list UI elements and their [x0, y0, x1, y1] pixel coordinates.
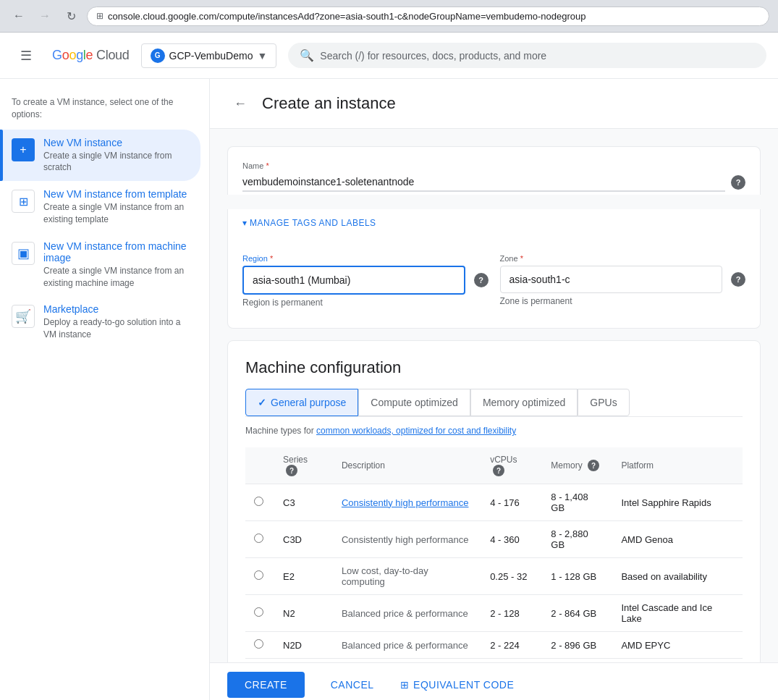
- region-help-btn[interactable]: ?: [474, 273, 489, 287]
- marketplace-desc: Deploy a ready-to-go solution into a VM …: [43, 316, 189, 341]
- region-label: Region *: [242, 254, 489, 263]
- series-cell: C3D: [274, 521, 333, 558]
- tabs-row: ✓ General purpose Compute optimized Memo…: [245, 389, 743, 417]
- machine-image-desc: Create a single VM instance from an exis…: [43, 265, 189, 290]
- name-label-row: Name *: [242, 161, 745, 170]
- series-radio-n2[interactable]: [254, 607, 263, 617]
- col-memory: Memory ?: [542, 447, 612, 484]
- tab-description: Machine types for common workloads, opti…: [245, 426, 743, 436]
- sidebar-item-new-vm[interactable]: + New VM instance Create a single VM ins…: [0, 130, 200, 182]
- region-zone-section: Region * asia-south1 (Mumbai) ? Region i…: [227, 251, 761, 329]
- name-input-row: ?: [242, 173, 745, 192]
- tab-memory-label: Memory optimized: [483, 397, 565, 408]
- hamburger-btn[interactable]: ☰: [12, 41, 41, 70]
- col-series: Series ?: [274, 447, 333, 484]
- equivalent-code-label: EQUIVALENT CODE: [413, 679, 514, 691]
- manage-tags-link[interactable]: ▾ MANAGE TAGS AND LABELS: [242, 218, 745, 228]
- equivalent-code-icon: ⊞: [400, 679, 410, 691]
- tab-gpus[interactable]: GPUs: [578, 389, 629, 416]
- desc-cell: Balanced price & performance: [333, 595, 481, 632]
- page-layout: To create a VM instance, select one of t…: [0, 79, 778, 700]
- desc-cell: Balanced price & performance: [333, 632, 481, 659]
- new-vm-title: New VM instance: [43, 137, 189, 148]
- series-cell: N2: [274, 595, 333, 632]
- machine-config-title: Machine configuration: [245, 358, 743, 377]
- common-workloads-link[interactable]: common workloads, optimized for cost and…: [316, 426, 516, 436]
- memory-cell: 1 - 128 GB: [542, 558, 612, 595]
- table-row: N2 Balanced price & performance 2 - 128 …: [245, 595, 743, 632]
- vcpu-cell: 4 - 176: [481, 484, 542, 521]
- project-selector[interactable]: G GCP-VembuDemo ▼: [141, 43, 277, 68]
- browser-back-btn[interactable]: ←: [9, 6, 29, 26]
- browser-url: console.cloud.google.com/compute/instanc…: [108, 11, 586, 22]
- platform-cell: AMD Genoa: [612, 521, 743, 558]
- series-help-icon[interactable]: ?: [286, 465, 297, 476]
- create-button[interactable]: CREATE: [227, 672, 305, 698]
- vcpu-cell: 2 - 224: [481, 632, 542, 659]
- tab-compute-optimized[interactable]: Compute optimized: [358, 389, 470, 416]
- radio-cell: [245, 484, 274, 521]
- sidebar-item-machine-image[interactable]: ▣ New VM instance from machine image Cre…: [0, 233, 200, 297]
- zone-select[interactable]: asia-south1-c: [500, 266, 723, 293]
- tab-general-label: General purpose: [271, 397, 346, 408]
- machine-image-title: New VM instance from machine image: [43, 240, 189, 263]
- machine-image-icon: ▣: [12, 242, 35, 265]
- sidebar-item-template[interactable]: ⊞ New VM instance from template Create a…: [0, 181, 200, 233]
- tab-memory-optimized[interactable]: Memory optimized: [470, 389, 578, 416]
- radio-cell: [245, 558, 274, 595]
- app-header: ☰ Google Cloud G GCP-VembuDemo ▼ 🔍 Searc…: [0, 33, 778, 79]
- zone-permanent-note: Zone is permanent: [500, 296, 746, 306]
- platform-cell: Intel Sapphire Rapids: [612, 484, 743, 521]
- col-description: Description: [333, 447, 481, 484]
- page-back-btn[interactable]: ←: [227, 90, 253, 117]
- name-input[interactable]: [242, 173, 725, 192]
- google-cloud-logo[interactable]: Google Cloud: [52, 48, 130, 63]
- table-header-row: Series ? Description vCPUs ? Memory: [245, 447, 743, 484]
- zone-label: Zone *: [500, 254, 746, 263]
- radio-cell: [245, 595, 274, 632]
- region-select[interactable]: asia-south1 (Mumbai): [242, 266, 465, 295]
- vcpu-help-icon[interactable]: ?: [493, 465, 504, 476]
- series-radio-n2d[interactable]: [254, 639, 263, 649]
- memory-help-icon[interactable]: ?: [588, 460, 599, 471]
- zone-help-btn[interactable]: ?: [731, 272, 745, 287]
- platform-cell: Intel Cascade and Ice Lake: [612, 595, 743, 632]
- project-name: GCP-VembuDemo: [169, 50, 253, 62]
- col-radio: [245, 447, 274, 484]
- browser-chrome: ← → ↻ ⊞ console.cloud.google.com/compute…: [0, 0, 778, 33]
- zone-select-wrapper: asia-south1-c ?: [500, 266, 746, 293]
- platform-cell: Based on availability: [612, 558, 743, 595]
- c3-desc-link[interactable]: Consistently high performance: [342, 497, 469, 508]
- series-radio-c3d[interactable]: [254, 534, 263, 543]
- browser-reload-btn[interactable]: ↻: [61, 6, 81, 26]
- desc-cell: Consistently high performance: [333, 521, 481, 558]
- tab-compute-label: Compute optimized: [371, 397, 458, 408]
- page-title: Create an instance: [262, 94, 396, 113]
- main-content: Name * ? ▾ MANAGE TAGS AND LABELS: [210, 129, 778, 662]
- template-desc: Create a single VM instance from an exis…: [43, 201, 189, 226]
- browser-address-bar[interactable]: ⊞ console.cloud.google.com/compute/insta…: [87, 7, 769, 26]
- active-accent: [0, 130, 3, 182]
- tab-general-purpose[interactable]: ✓ General purpose: [245, 389, 358, 416]
- template-text-wrap: New VM instance from template Create a s…: [43, 188, 189, 226]
- sidebar-item-marketplace[interactable]: 🛒 Marketplace Deploy a ready-to-go solut…: [0, 296, 200, 348]
- col-platform: Platform: [612, 447, 743, 484]
- series-cell: C3: [274, 484, 333, 521]
- browser-forward-btn[interactable]: →: [35, 6, 55, 26]
- series-radio-e2[interactable]: [254, 570, 263, 580]
- tab-gpus-label: GPUs: [590, 397, 617, 408]
- tab-check-icon: ✓: [258, 397, 266, 408]
- page-header: ← Create an instance: [210, 79, 778, 129]
- memory-cell: 8 - 1,408 GB: [542, 484, 612, 521]
- vcpu-cell: 4 - 360: [481, 521, 542, 558]
- memory-cell: 8 - 2,880 GB: [542, 521, 612, 558]
- cancel-button[interactable]: CANCEL: [313, 672, 392, 698]
- table-body: C3 Consistently high performance 4 - 176…: [245, 484, 743, 663]
- header-search[interactable]: 🔍 Search (/) for resources, docs, produc…: [288, 43, 766, 68]
- region-zone-row: Region * asia-south1 (Mumbai) ? Region i…: [242, 254, 745, 308]
- vcpu-cell: 0.25 - 32: [481, 558, 542, 595]
- name-help-btn[interactable]: ?: [731, 175, 745, 190]
- series-radio-c3[interactable]: [254, 497, 263, 506]
- logo: Google Cloud: [52, 48, 130, 63]
- equivalent-code-button[interactable]: ⊞ EQUIVALENT CODE: [400, 679, 515, 691]
